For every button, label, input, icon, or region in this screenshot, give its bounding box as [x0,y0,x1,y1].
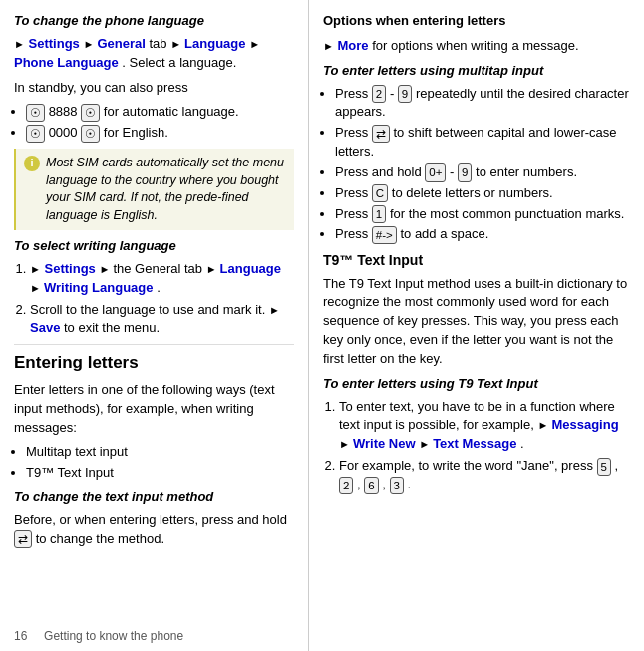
key-icon: ☉ [26,104,45,122]
right-column: Options when entering letters ► More for… [309,0,644,651]
t9-key-3: 3 [390,477,404,494]
nav-more[interactable]: More [338,38,369,53]
multitap-item-4: Press C to delete letters or numbers. [335,184,630,203]
multitap-list: Press 2 - 9 repeatedly until the desired… [335,85,630,245]
key-9b: 9 [458,163,472,181]
options-heading: Options when entering letters [323,12,630,31]
options-body: ► More for options when writing a messag… [323,37,630,56]
step-1: ► Settings ► the General tab ► Language … [30,260,294,298]
nav-language2[interactable]: Language [220,261,281,276]
nav-save[interactable]: Save [30,320,60,335]
nav-settings[interactable]: Settings [29,36,80,51]
nav-writing-language[interactable]: Writing Language [44,280,154,295]
info-box: i Most SIM cards automatically set the m… [14,149,294,230]
key-2: 2 [372,85,386,103]
t9-key-6: 6 [364,477,378,494]
t9-key-5: 5 [597,458,611,476]
list-item-t9: T9™ Text Input [26,464,294,483]
section4-title: To change the text input method [14,488,294,507]
multitap-item-6: Press #-> to add a space. [335,225,630,244]
key-icon3: ☉ [26,125,45,143]
divider [14,344,294,345]
key-9: 9 [398,85,412,103]
info-icon: i [24,156,40,171]
multitap-item-1: Press 2 - 9 repeatedly until the desired… [335,85,630,123]
section2-steps: ► Settings ► the General tab ► Language … [30,260,294,338]
key-0plus: 0+ [425,163,446,181]
page-container: To change the phone language ► Settings … [0,0,644,651]
list-item: ☉ 0000 ☉ for English. [26,124,294,143]
t9-heading: T9™ Text Input [323,250,630,270]
section2-title: To select writing language [14,237,294,256]
left-column: To change the phone language ► Settings … [0,0,309,651]
section1-title: To change the phone language [14,12,294,31]
info-text: Most SIM cards automatically set the men… [46,155,286,224]
key-1: 1 [372,205,386,223]
shift-key-icon: ⇄ [14,530,32,548]
footer-text: Getting to know the phone [44,629,183,643]
t9-entry-title: To enter letters using T9 Text Input [323,375,630,394]
multitap-item-2: Press ⇄ to shift between capital and low… [335,124,630,162]
key-icon2: ☉ [81,104,100,122]
nav-settings2[interactable]: Settings [45,261,96,276]
nav-text-message[interactable]: Text Message [433,436,516,451]
nav-language[interactable]: Language [184,36,245,51]
entering-letters-heading: Entering letters [14,351,294,376]
key-icon4: ☉ [81,125,100,143]
key-c: C [372,184,388,202]
entering-letters-text: Enter letters in one of the following wa… [14,381,294,438]
key-hash: #-> [372,226,397,244]
t9-key-2: 2 [339,477,353,494]
step-2: Scroll to the language to use and mark i… [30,301,294,339]
arrow-icon: ► [14,38,25,50]
t9-steps: To enter text, you have to be in a funct… [339,398,630,494]
nav-general[interactable]: General [97,36,145,51]
t9-step-1: To enter text, you have to be in a funct… [339,398,630,455]
list-item: ☉ 8888 ☉ for automatic language. [26,103,294,122]
list-item-multitap: Multitap text input [26,443,294,462]
nav-phone-language[interactable]: Phone Language [14,55,119,70]
section1-list: ☉ 8888 ☉ for automatic language. ☉ 0000 … [26,103,294,143]
section4-body: Before, or when entering letters, press … [14,511,294,549]
t9-step-2: For example, to write the word "Jane", p… [339,457,630,494]
section1-body: ► Settings ► General tab ► Language ► Ph… [14,35,294,73]
page-footer: 16 Getting to know the phone [0,629,183,643]
multitap-item-5: Press 1 for the most common punctuation … [335,205,630,224]
multitap-item-3: Press and hold 0+ - 9 to enter numbers. [335,163,630,182]
multitap-title: To enter letters using multitap input [323,62,630,81]
page-number: 16 [14,629,27,643]
section1-standby: In standby, you can also press [14,79,294,98]
shift-key: ⇄ [372,125,390,143]
t9-text: The T9 Text Input method uses a built-in… [323,275,630,369]
nav-messaging[interactable]: Messaging [551,417,618,432]
nav-write-new[interactable]: Write New [353,436,416,451]
entering-list: Multitap text input T9™ Text Input [26,443,294,483]
